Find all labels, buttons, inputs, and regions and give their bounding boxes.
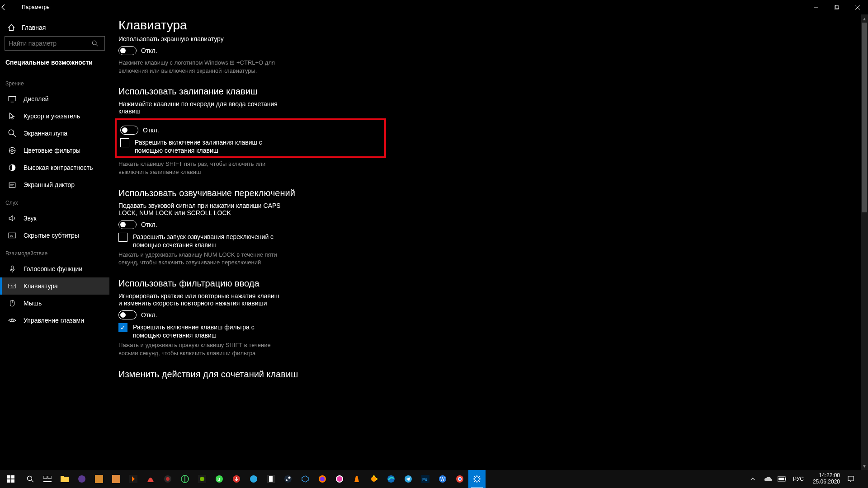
sidebar-item-cursor[interactable]: Курсор и указатель [0, 108, 109, 125]
scrollbar[interactable]: ▲ ▼ [861, 14, 868, 470]
svg-rect-34 [7, 479, 10, 483]
taskbar: µ Ps W РУС 14:22:00 25.06.2020 [0, 470, 868, 488]
filterkeys-shortcut-label: Разрешить включение клавиш фильтра с пом… [133, 323, 281, 339]
taskbar-app-1[interactable] [73, 470, 90, 488]
sidebar-item-mouse[interactable]: Мышь [0, 295, 109, 312]
tray-overflow-icon[interactable] [750, 477, 760, 481]
scroll-thumb[interactable] [862, 23, 867, 212]
sidebar-item-label: Мышь [24, 300, 42, 307]
sidebar-item-narrator[interactable]: Экранный диктор [0, 176, 109, 193]
taskbar-app-settings[interactable] [468, 470, 486, 488]
search-icon [92, 40, 104, 47]
taskbar-app-13[interactable] [365, 470, 382, 488]
search-box[interactable] [5, 36, 105, 51]
taskbar-app-11[interactable] [245, 470, 262, 488]
cc-icon: cc [8, 231, 16, 239]
taskbar-app-itunes[interactable] [331, 470, 348, 488]
svg-point-51 [200, 477, 204, 481]
sidebar-home[interactable]: Главная [0, 20, 109, 36]
maximize-button[interactable] [826, 0, 847, 14]
taskbar-app-chrome[interactable] [451, 470, 468, 488]
osk-label: Использовать экранную клавиатуру [118, 35, 281, 42]
sidebar-item-keyboard[interactable]: Клавиатура [0, 277, 109, 295]
svg-rect-35 [11, 479, 14, 483]
tray-battery-icon[interactable] [778, 476, 788, 482]
sticky-shortcut-label: Разрешить включение залипания клавиш с п… [135, 138, 283, 155]
svg-rect-45 [112, 475, 120, 483]
taskbar-app-edge[interactable] [382, 470, 400, 488]
svg-point-62 [320, 477, 325, 481]
display-icon [8, 95, 16, 103]
tray-clock[interactable]: 14:22:00 25.06.2020 [809, 473, 844, 485]
sidebar-item-high-contrast[interactable]: Высокая контрастность [0, 159, 109, 176]
taskbar-app-10[interactable] [228, 470, 245, 488]
taskbar-app-explorer[interactable] [56, 470, 73, 488]
osk-toggle[interactable] [118, 46, 137, 55]
svg-rect-57 [269, 476, 273, 482]
togglekeys-shortcut-checkbox[interactable] [118, 233, 127, 242]
sidebar-breadcrumb[interactable]: Специальные возможности [0, 56, 109, 74]
svg-rect-38 [43, 476, 47, 479]
scroll-track[interactable] [861, 23, 868, 462]
sidebar-item-color-filters[interactable]: Цветовые фильтры [0, 142, 109, 159]
back-button[interactable] [0, 4, 22, 11]
sidebar-item-eye-control[interactable]: Управление глазами [0, 312, 109, 329]
scroll-up-icon[interactable]: ▲ [861, 14, 868, 23]
taskbar-app-2[interactable] [90, 470, 108, 488]
taskbar-app-photoshop[interactable]: Ps [417, 470, 434, 488]
svg-text:µ: µ [217, 477, 220, 482]
search-input[interactable] [5, 40, 92, 47]
togglekeys-desc: Подавать звуковой сигнал при нажатии кла… [118, 202, 281, 216]
sidebar-item-closed-captions[interactable]: cc Скрытые субтитры [0, 227, 109, 244]
tray-onedrive-icon[interactable] [764, 476, 774, 482]
svg-point-55 [250, 475, 257, 483]
filterkeys-shortcut-checkbox[interactable]: ✓ [118, 323, 127, 332]
highlight-box: Откл. Разрешить включение залипания клав… [115, 118, 386, 158]
svg-rect-87 [785, 478, 786, 480]
sidebar-item-speech[interactable]: Голосовые функции [0, 260, 109, 277]
sidebar-item-label: Управление глазами [24, 317, 84, 324]
taskbar-app-3[interactable] [108, 470, 125, 488]
minimize-button[interactable] [806, 0, 826, 14]
togglekeys-toggle[interactable] [118, 220, 137, 229]
taskbar-app-12[interactable] [297, 470, 314, 488]
svg-point-36 [28, 476, 32, 481]
tray-time: 14:22:00 [813, 473, 840, 479]
sticky-toggle[interactable] [120, 126, 138, 135]
taskbar-app-8[interactable] [193, 470, 211, 488]
taskbar-app-9[interactable]: µ [211, 470, 228, 488]
svg-line-10 [13, 134, 16, 137]
sidebar-item-audio[interactable]: Звук [0, 210, 109, 227]
start-button[interactable] [0, 470, 22, 488]
taskbar-app-epic[interactable] [262, 470, 279, 488]
taskbar-app-5[interactable] [142, 470, 159, 488]
task-view-button[interactable] [39, 470, 56, 488]
sidebar-item-label: Звук [24, 215, 37, 222]
taskbar-search-button[interactable] [22, 470, 39, 488]
taskbar-app-vlc[interactable] [348, 470, 365, 488]
svg-point-5 [92, 41, 96, 45]
taskbar-app-7[interactable] [176, 470, 193, 488]
svg-line-85 [479, 476, 480, 477]
taskbar-app-4[interactable] [125, 470, 142, 488]
tray-language[interactable]: РУС [791, 476, 806, 482]
sticky-heading: Использовать залипание клавиш [118, 86, 386, 97]
taskbar-app-14[interactable]: W [434, 470, 451, 488]
sidebar-item-display[interactable]: Дисплей [0, 90, 109, 108]
tray-notifications-icon[interactable] [847, 475, 866, 483]
taskbar-app-steam[interactable] [279, 470, 297, 488]
filterkeys-toggle[interactable] [118, 310, 137, 319]
sidebar-item-magnifier[interactable]: Экранная лупа [0, 125, 109, 142]
scroll-down-icon[interactable]: ▼ [861, 462, 868, 470]
sidebar-home-label: Главная [22, 24, 46, 31]
svg-point-76 [459, 478, 461, 480]
close-button[interactable] [847, 0, 868, 14]
taskbar-app-telegram[interactable] [400, 470, 417, 488]
taskbar-app-firefox[interactable] [314, 470, 331, 488]
togglekeys-toggle-state: Откл. [141, 221, 157, 228]
taskbar-app-6[interactable] [159, 470, 176, 488]
filterkeys-heading: Использовать фильтрацию ввода [118, 278, 386, 289]
sticky-toggle-state: Откл. [143, 127, 159, 134]
svg-rect-39 [48, 476, 52, 479]
sticky-shortcut-checkbox[interactable] [120, 138, 129, 147]
